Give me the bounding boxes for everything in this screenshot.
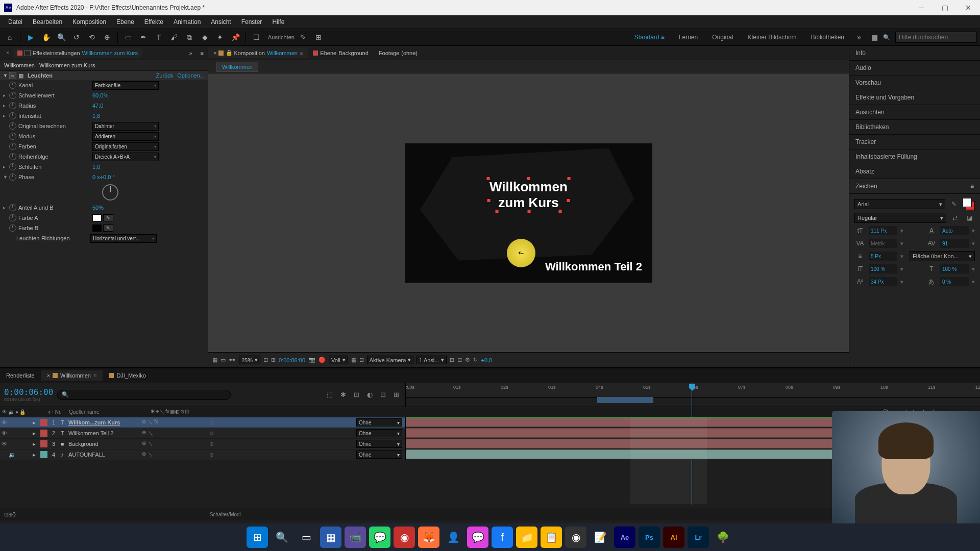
visibility-toggle-icon[interactable]: 👁 <box>0 430 8 436</box>
layer-color-icon[interactable] <box>40 451 47 458</box>
prop-phase-value[interactable]: 0 x+0,0 ° <box>92 174 115 180</box>
work-area-bar[interactable] <box>597 397 653 403</box>
zoom-tool-icon[interactable]: 🔍 <box>55 31 68 44</box>
comp-tab-background[interactable]: Ebene Background <box>308 48 374 58</box>
minimize-button[interactable]: ─ <box>910 0 933 15</box>
taskbar-search-icon[interactable]: 🔍 <box>271 527 292 548</box>
comp-subtab[interactable]: Willkommen <box>216 62 258 72</box>
stopwatch-icon[interactable] <box>9 133 16 140</box>
3d-icon[interactable]: 👓 <box>229 357 236 363</box>
tsume-field[interactable]: 0 % <box>940 277 969 286</box>
parent-dropdown[interactable]: Ohne▾ <box>356 440 402 448</box>
taskbar-app-icon[interactable]: ▦ <box>320 527 341 548</box>
stopwatch-icon[interactable] <box>9 112 16 119</box>
tl-tool-icon[interactable]: ⊡ <box>378 390 388 400</box>
vscale-field[interactable]: 100 % <box>869 264 897 273</box>
stopwatch-icon[interactable] <box>9 153 16 160</box>
panel-effekte[interactable]: Effekte und Vorgaben <box>849 90 980 105</box>
pen-tool-icon[interactable]: ✒ <box>137 31 150 44</box>
stamp-tool-icon[interactable]: ⧉ <box>183 31 196 44</box>
menu-ansicht[interactable]: Ansicht <box>206 16 236 28</box>
snap-grid-icon[interactable]: ⊞ <box>312 31 325 44</box>
timeline-timecode[interactable]: 0:00:06:00 <box>4 387 53 397</box>
menu-animation[interactable]: Animation <box>168 16 206 28</box>
font-family-dropdown[interactable]: Arial▾ <box>854 199 945 209</box>
eyedropper-icon[interactable]: ✎ <box>948 199 960 209</box>
tl-footer-icon[interactable]: {} <box>12 512 16 517</box>
effect-options-link[interactable]: Optionen... <box>177 72 205 79</box>
text-color-picker[interactable] <box>963 198 975 210</box>
panel-ausrichten[interactable]: Ausrichten <box>849 105 980 120</box>
taskbar-explorer-icon[interactable]: 📁 <box>516 527 537 548</box>
layer-name[interactable]: Background <box>66 441 138 447</box>
panel-menu-icon[interactable]: ≡ <box>197 48 208 58</box>
roto-tool-icon[interactable]: ✦ <box>213 31 227 44</box>
leading-field[interactable]: Auto <box>940 226 969 235</box>
pickwhip-icon[interactable]: ⊚ <box>209 419 219 426</box>
exposure-value[interactable]: +0,0 <box>481 357 492 363</box>
taskbar-app-icon[interactable]: 👤 <box>443 527 464 548</box>
workspace-lernen[interactable]: Lernen <box>673 32 704 43</box>
timeline-layer-row[interactable]: 👁 ▸ 3 ■ Background ⊕＼ ⊚ Ohne▾ <box>0 439 405 449</box>
stroke-swap-icon[interactable]: ⇄ <box>949 213 961 223</box>
eyedropper-a-icon[interactable]: ✎ <box>103 214 113 221</box>
lock-icon[interactable]: 🔒 <box>226 49 232 56</box>
channel-icon[interactable]: 🔴 <box>318 357 326 363</box>
baseline-field[interactable]: 34 Px <box>869 277 897 286</box>
prop-kanal-dropdown[interactable]: Farbkanäle▾ <box>92 81 159 90</box>
stopwatch-icon[interactable] <box>9 102 16 109</box>
parent-dropdown[interactable]: Ohne▾ <box>356 429 402 437</box>
composition-viewer[interactable]: Willkommen zum Kurs Willkommen Teil 2 <box>208 73 849 352</box>
start-button[interactable]: ⊞ <box>247 527 268 548</box>
layer-name[interactable]: AUTOUNFALL <box>66 452 138 458</box>
taskbar-taskview-icon[interactable]: ▭ <box>296 527 317 548</box>
workspace-bibliotheken[interactable]: Bibliotheken <box>805 32 850 43</box>
timeline-tab-renderliste[interactable]: Renderliste <box>0 370 41 381</box>
snap-checkbox[interactable]: ☐ <box>250 31 263 44</box>
prop-intensitaet-value[interactable]: 1,6 <box>92 113 100 119</box>
pickwhip-icon[interactable]: ⊚ <box>209 452 219 458</box>
comp-toggle-icon[interactable]: ▦ <box>18 72 26 79</box>
panel-vorschau[interactable]: Vorschau <box>849 76 980 90</box>
prop-anteil-value[interactable]: 50% <box>92 205 104 211</box>
prop-radius-value[interactable]: 47,0 <box>92 103 103 109</box>
fx-toggle-icon[interactable]: fx <box>9 72 16 79</box>
panel-info[interactable]: Info <box>849 46 980 61</box>
resolution-dropdown[interactable]: Voll▾ <box>329 356 348 364</box>
font-weight-dropdown[interactable]: Regular▾ <box>854 213 946 223</box>
workspace-original[interactable]: Original <box>706 32 739 43</box>
zoom-dropdown[interactable]: 25%▾ <box>239 356 260 364</box>
lock-icon[interactable] <box>24 50 31 56</box>
taskbar-app-icon[interactable]: 📋 <box>541 527 562 548</box>
anchor-tool-icon[interactable]: ⊕ <box>101 31 114 44</box>
tl-footer-icon[interactable]: ⊞ <box>8 512 12 517</box>
stopwatch-icon[interactable] <box>9 143 16 150</box>
taskbar-facebook-icon[interactable]: f <box>492 527 513 548</box>
workspace-panel-icon[interactable]: ▦ <box>868 31 881 44</box>
workspace-standard[interactable]: Standard ≡ <box>628 32 671 43</box>
vf-icon[interactable]: ⊞ <box>450 357 454 363</box>
tl-tool-icon[interactable]: ⬚ <box>325 390 335 400</box>
stopwatch-icon[interactable] <box>9 82 16 89</box>
layer-color-icon[interactable] <box>40 440 47 447</box>
stopwatch-icon[interactable] <box>9 214 16 221</box>
prop-richtungen-dropdown[interactable]: Horizontal und vert...▾ <box>90 234 157 243</box>
stopwatch-icon[interactable] <box>9 173 16 181</box>
comp-tab-willkommen[interactable]: × 🔒 Komposition Willkommen ≡ <box>208 47 308 58</box>
alpha-icon[interactable]: ▦ <box>212 357 217 363</box>
visibility-toggle-icon[interactable]: 👁 <box>0 419 8 425</box>
rectangle-tool-icon[interactable]: ▭ <box>121 31 135 44</box>
views-dropdown[interactable]: 1 Ansi...▾ <box>416 356 447 364</box>
font-size-field[interactable]: 111 Px <box>869 226 897 235</box>
workspace-overflow-icon[interactable]: » <box>852 31 866 44</box>
panel-zeichen-header[interactable]: Zeichen≡ <box>849 179 980 194</box>
eyedropper-b-icon[interactable]: ✎ <box>103 224 113 232</box>
taskbar-whatsapp-icon[interactable]: 💬 <box>369 527 390 548</box>
stopwatch-icon[interactable] <box>9 92 16 99</box>
grid-icon[interactable]: ⊞ <box>271 357 276 363</box>
rotation-tool-icon[interactable]: ⟲ <box>85 31 99 44</box>
tl-tool-icon[interactable]: ✱ <box>338 390 348 400</box>
taskbar-firefox-icon[interactable]: 🦊 <box>418 527 439 548</box>
hscale-field[interactable]: 100 % <box>940 264 969 273</box>
comp-tab-footage[interactable]: Footage (ohne) <box>374 48 423 58</box>
